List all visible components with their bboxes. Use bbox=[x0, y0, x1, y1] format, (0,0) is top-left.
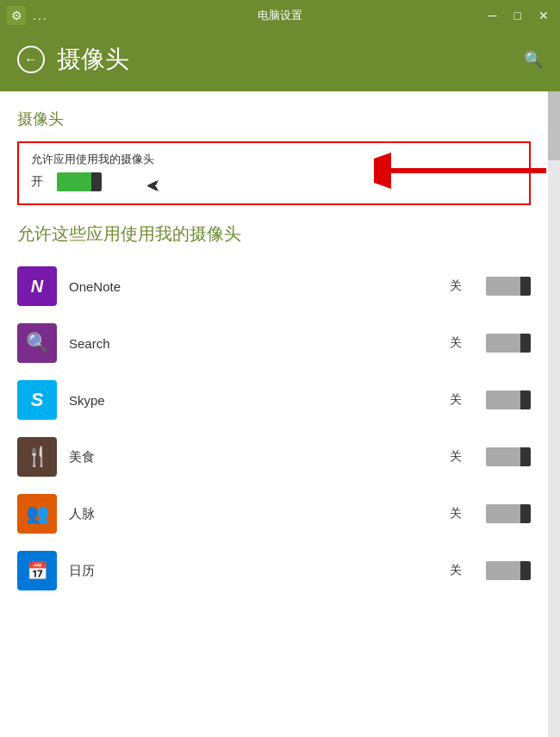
list-item: 👥 人脉 关 bbox=[17, 485, 531, 542]
calendar-toggle[interactable] bbox=[486, 561, 531, 580]
window-title: 电脑设置 bbox=[258, 8, 302, 23]
close-button[interactable]: ✕ bbox=[534, 7, 553, 24]
minimize-button[interactable]: ─ bbox=[484, 7, 501, 24]
window-controls: ─ □ ✕ bbox=[484, 7, 553, 24]
contacts-icon: 👥 bbox=[17, 494, 57, 534]
onenote-icon: N bbox=[17, 266, 57, 306]
content-area: 摄像头 允许应用使用我的摄像头 开 ⮜ bbox=[0, 91, 548, 737]
list-item: N OneNote 关 bbox=[17, 258, 531, 315]
header-left: ← 摄像头 bbox=[17, 43, 129, 76]
food-icon: 🍴 bbox=[17, 437, 57, 477]
apps-section-title: 允许这些应用使用我的摄像头 bbox=[17, 222, 531, 246]
search-toggle[interactable] bbox=[486, 334, 531, 353]
back-button[interactable]: ← bbox=[17, 46, 45, 73]
gear-icon[interactable]: ⚙ bbox=[7, 6, 26, 25]
camera-toggle-switch[interactable] bbox=[57, 172, 102, 191]
app-name-contacts: 人脉 bbox=[69, 506, 438, 522]
main-content: 摄像头 允许应用使用我的摄像头 开 ⮜ bbox=[0, 91, 560, 737]
search-app-icon: 🔍 bbox=[17, 323, 57, 363]
red-arrow bbox=[374, 145, 546, 197]
app-status-calendar: 关 bbox=[450, 563, 462, 578]
app-status-food: 关 bbox=[450, 449, 462, 465]
list-item: 📅 日历 关 bbox=[17, 542, 531, 596]
food-toggle[interactable] bbox=[486, 447, 531, 466]
title-bar-left: ⚙ ... bbox=[7, 6, 48, 25]
app-name-food: 美食 bbox=[69, 449, 438, 465]
app-name-skype: Skype bbox=[69, 393, 438, 408]
toggle-off-part bbox=[91, 172, 102, 191]
app-status-skype: 关 bbox=[450, 392, 462, 408]
page-title: 摄像头 bbox=[57, 43, 129, 76]
app-status-onenote: 关 bbox=[450, 278, 462, 294]
search-icon[interactable]: 🔍 bbox=[524, 50, 543, 69]
calendar-icon: 📅 bbox=[17, 551, 57, 590]
app-status-search: 关 bbox=[450, 335, 462, 351]
app-list: N OneNote 关 🔍 Search 关 bbox=[17, 258, 531, 596]
title-bar: ⚙ ... 电脑设置 ─ □ ✕ bbox=[0, 0, 560, 31]
maximize-button[interactable]: □ bbox=[510, 7, 526, 24]
skype-toggle[interactable] bbox=[486, 390, 531, 409]
skype-icon: S bbox=[17, 380, 57, 420]
app-name-onenote: OneNote bbox=[69, 279, 438, 294]
title-dots: ... bbox=[33, 9, 48, 22]
toggle-on-part bbox=[57, 172, 91, 191]
toggle-state-label: 开 bbox=[31, 174, 43, 190]
app-status-contacts: 关 bbox=[450, 506, 462, 522]
scrollbar-thumb[interactable] bbox=[548, 91, 560, 160]
scrollbar[interactable] bbox=[548, 91, 560, 737]
list-item: S Skype 关 bbox=[17, 372, 531, 428]
list-item: 🔍 Search 关 bbox=[17, 315, 531, 372]
onenote-toggle[interactable] bbox=[486, 277, 531, 296]
app-name-search: Search bbox=[69, 336, 438, 351]
app-name-calendar: 日历 bbox=[69, 563, 438, 579]
camera-section-title: 摄像头 bbox=[17, 109, 531, 129]
list-item: 🍴 美食 关 bbox=[17, 428, 531, 485]
page-header: ← 摄像头 🔍 bbox=[0, 31, 560, 91]
back-icon: ← bbox=[24, 52, 38, 67]
contacts-toggle[interactable] bbox=[486, 504, 531, 523]
